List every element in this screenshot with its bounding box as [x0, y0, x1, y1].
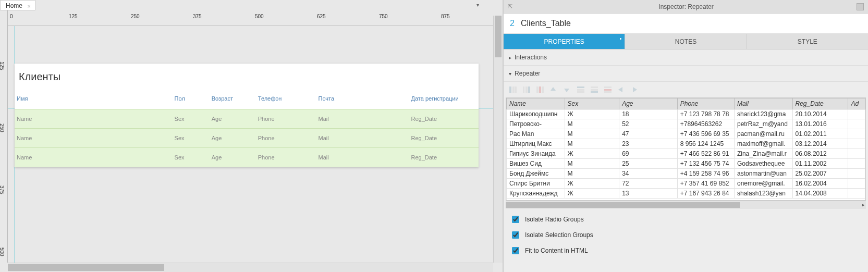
grid-cell[interactable]: M	[565, 129, 619, 139]
grid-row[interactable]: Бонд ДжеймсM34+4 159 258 74 96astonmarti…	[507, 169, 865, 179]
pin-icon[interactable]: ⇱	[508, 3, 512, 10]
grid-cell[interactable]: Ж	[565, 179, 619, 189]
grid-cell[interactable]: 20.10.2014	[792, 109, 848, 119]
grid-cell[interactable]: 01.02.2011	[792, 129, 848, 139]
grid-cell[interactable]: Ж	[565, 189, 619, 199]
grid-cell[interactable]: sharick123@gma	[734, 109, 792, 119]
add-row-below-icon[interactable]	[590, 86, 598, 93]
grid-cell[interactable]: Бонд Джеймс	[507, 169, 565, 179]
grid-cell[interactable]: Zina_Zina@mail.r	[734, 149, 792, 159]
grid-cell[interactable]	[848, 139, 865, 149]
grid-cell[interactable]	[848, 159, 865, 169]
grid-cell[interactable]: maximoff@gmail.	[734, 139, 792, 149]
grid-row[interactable]: Спирс БритниЖ72+7 357 41 69 852onemore@g…	[507, 179, 865, 189]
grid-cell[interactable]: +7 123 798 78 78	[677, 109, 734, 119]
grid-cell[interactable]: +7 167 943 26 84	[677, 189, 734, 199]
grid-cell[interactable]: 13	[619, 189, 678, 199]
repeater-data-grid[interactable]: NameSexAgePhoneMailReg_DateAd Шарикоподш…	[506, 98, 865, 200]
grid-cell[interactable]	[848, 189, 865, 199]
section-interactions[interactable]: ▸ Interactions	[504, 50, 868, 66]
grid-cell[interactable]: Вишез Сид	[507, 159, 565, 169]
table-row[interactable]: NameSexAgePhoneMailReg_Date	[15, 109, 479, 129]
grid-cell[interactable]: onemore@gmail.	[734, 179, 792, 189]
grid-row[interactable]: Штирлиц МаксM238 956 124 1245maximoff@gm…	[507, 139, 865, 149]
table-row[interactable]: NameSexAgePhoneMailReg_Date	[15, 129, 479, 148]
page-icon[interactable]	[857, 3, 864, 10]
grid-cell[interactable]: M	[565, 119, 619, 129]
checkbox-isolate-selection[interactable]: Isolate Selection Groups	[510, 230, 862, 240]
grid-row[interactable]: Гипиус ЗинаидаЖ69+7 466 522 86 91Zina_Zi…	[507, 149, 865, 159]
move-right-icon[interactable]	[631, 86, 639, 93]
grid-cell[interactable]: 14.04.2008	[792, 189, 848, 199]
grid-col-header[interactable]: Ad	[848, 98, 865, 109]
grid-cell[interactable]: Godsavethequee	[734, 159, 792, 169]
close-icon[interactable]: ×	[28, 3, 31, 9]
grid-cell[interactable]: 25	[619, 159, 678, 169]
section-repeater[interactable]: ▾ Repeater	[504, 66, 868, 82]
grid-cell[interactable]: Гипиус Зинаида	[507, 149, 565, 159]
grid-cell[interactable]	[848, 169, 865, 179]
grid-cell[interactable]: +78964563262	[677, 119, 734, 129]
grid-cell[interactable]: 52	[619, 119, 678, 129]
grid-cell[interactable]: 69	[619, 149, 678, 159]
grid-cell[interactable]: Ж	[565, 149, 619, 159]
delete-row-icon[interactable]	[604, 86, 612, 93]
grid-cell[interactable]: +7 436 596 69 35	[677, 129, 734, 139]
add-column-right-icon[interactable]	[522, 86, 531, 93]
grid-col-header[interactable]: Sex	[565, 98, 619, 109]
grid-cell[interactable]	[848, 119, 865, 129]
checkbox-fit-to-content[interactable]: Fit to Content in HTML	[510, 245, 862, 256]
grid-cell[interactable]: pacman@mail.ru	[734, 129, 792, 139]
design-canvas[interactable]: Home × ▾ 0 125 250 375 500 625 750 875 1…	[0, 0, 503, 272]
grid-cell[interactable]: 47	[619, 129, 678, 139]
add-row-above-icon[interactable]	[577, 86, 585, 93]
grid-col-header[interactable]: Age	[619, 98, 678, 109]
add-column-left-icon[interactable]	[509, 86, 517, 93]
grid-cell[interactable]: 34	[619, 169, 678, 179]
grid-col-header[interactable]: Name	[507, 98, 565, 109]
move-down-icon[interactable]	[563, 86, 571, 93]
grid-cell[interactable]: +7 466 522 86 91	[677, 149, 734, 159]
grid-cell[interactable]: +7 132 456 75 74	[677, 159, 734, 169]
grid-cell[interactable]: 25.02.2007	[792, 169, 848, 179]
grid-col-header[interactable]: Reg_Date	[792, 98, 848, 109]
grid-row[interactable]: Вишез СидM25+7 132 456 75 74Godsavethequ…	[507, 159, 865, 169]
grid-cell[interactable]	[848, 149, 865, 159]
grid-row[interactable]: ШарикоподшипнЖ18+7 123 798 78 78sharick1…	[507, 109, 865, 119]
grid-cell[interactable]: Pac Man	[507, 129, 565, 139]
grid-cell[interactable]	[848, 109, 865, 119]
canvas-scrollbar-vertical[interactable]	[493, 16, 503, 263]
move-left-icon[interactable]	[617, 86, 626, 93]
page-tab-home[interactable]: Home ×	[0, 0, 35, 10]
grid-cell[interactable]: Петровско-	[507, 119, 565, 129]
grid-cell[interactable]: +4 159 258 74 96	[677, 169, 734, 179]
grid-cell[interactable]: astonmartin@uan	[734, 169, 792, 179]
grid-row[interactable]: КрупскаянадеждЖ13+7 167 943 26 84shalash…	[507, 189, 865, 199]
grid-cell[interactable]: 23	[619, 139, 678, 149]
table-row[interactable]: NameSexAgePhoneMailReg_Date	[15, 148, 479, 167]
move-up-icon[interactable]	[549, 86, 558, 93]
grid-cell[interactable]: 72	[619, 179, 678, 189]
grid-col-header[interactable]: Phone	[677, 98, 734, 109]
tab-style[interactable]: STYLE	[747, 34, 868, 49]
grid-cell[interactable]: 18	[619, 109, 678, 119]
delete-column-icon[interactable]	[536, 86, 544, 93]
repeater-widget[interactable]: Клиенты Имя Пол Возраст Телефон Почта Да…	[15, 64, 479, 167]
grid-cell[interactable]: M	[565, 139, 619, 149]
grid-cell[interactable]: M	[565, 169, 619, 179]
grid-cell[interactable]: 13.01.2016	[792, 119, 848, 129]
grid-add-row[interactable]: Add Row	[507, 199, 865, 201]
grid-cell[interactable]	[848, 179, 865, 189]
grid-scrollbar-horizontal[interactable]: ◂▸	[506, 201, 866, 209]
canvas-scrollbar-horizontal[interactable]	[8, 263, 493, 272]
grid-cell[interactable]: petrRaz_m@yand	[734, 119, 792, 129]
grid-cell[interactable]: 06.08.2012	[792, 149, 848, 159]
grid-cell[interactable]: shalash123@yan	[734, 189, 792, 199]
grid-cell[interactable]: 03.12.2014	[792, 139, 848, 149]
grid-cell[interactable]: 16.02.2004	[792, 179, 848, 189]
widget-name-field[interactable]: Clients_Table	[521, 19, 571, 28]
grid-cell[interactable]: Штирлиц Макс	[507, 139, 565, 149]
checkbox-isolate-radio[interactable]: Isolate Radio Groups	[510, 214, 862, 225]
grid-cell[interactable]: 01.11.2002	[792, 159, 848, 169]
tab-dropdown-icon[interactable]: ▾	[476, 2, 484, 8]
